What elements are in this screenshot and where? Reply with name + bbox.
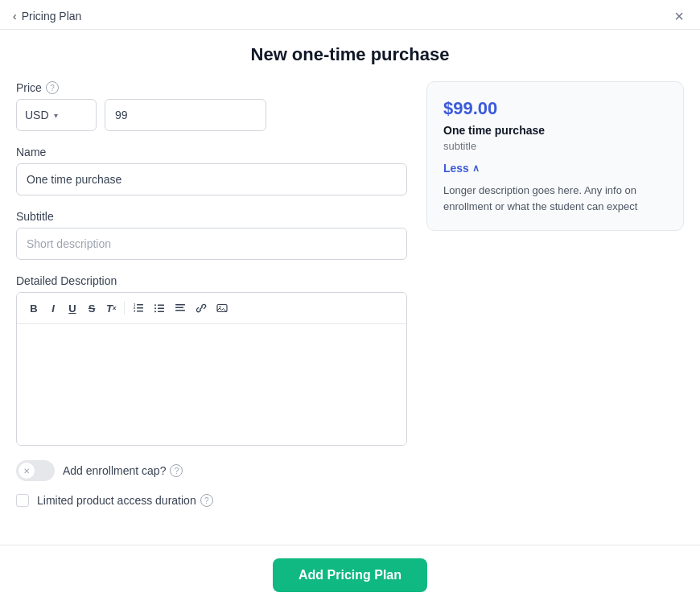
limited-access-help-icon[interactable]: ? bbox=[200, 494, 213, 507]
close-button[interactable]: × bbox=[674, 8, 684, 24]
limited-access-row: Limited product access duration ? bbox=[16, 494, 407, 507]
underline-button[interactable]: U bbox=[64, 299, 81, 317]
strikethrough-button[interactable]: S bbox=[83, 299, 101, 317]
svg-point-9 bbox=[154, 304, 156, 306]
back-label: Pricing Plan bbox=[22, 10, 82, 23]
back-arrow-icon: ‹ bbox=[13, 10, 17, 23]
preview-subtitle: subtitle bbox=[443, 140, 667, 152]
subtitle-field-group: Subtitle bbox=[16, 210, 407, 260]
detailed-desc-field-group: Detailed Description B I U S Tx 1 bbox=[16, 274, 407, 446]
price-help-icon[interactable]: ? bbox=[46, 81, 59, 94]
footer: Add Pricing Plan bbox=[0, 545, 700, 605]
svg-point-11 bbox=[154, 311, 156, 312]
editor-body[interactable] bbox=[17, 324, 406, 445]
editor-container: B I U S Tx 1 2 3 bbox=[16, 292, 407, 446]
detailed-desc-label: Detailed Description bbox=[16, 274, 407, 287]
back-link[interactable]: ‹ Pricing Plan bbox=[13, 10, 81, 23]
price-label: Price ? bbox=[16, 81, 407, 94]
svg-point-16 bbox=[220, 307, 221, 308]
enrollment-cap-toggle[interactable]: ✕ bbox=[16, 460, 55, 481]
svg-rect-12 bbox=[175, 304, 185, 306]
svg-rect-0 bbox=[137, 304, 143, 306]
clear-format-button[interactable]: Tx bbox=[102, 299, 120, 317]
enrollment-help-icon[interactable]: ? bbox=[170, 464, 183, 477]
currency-select[interactable]: USD EUR GBP ▾ bbox=[16, 99, 97, 131]
less-button[interactable]: Less ∧ bbox=[443, 162, 480, 175]
preview-section: $99.00 One time purchase subtitle Less ∧… bbox=[426, 81, 684, 520]
ordered-list-button[interactable]: 1 2 3 bbox=[129, 299, 148, 317]
link-button[interactable] bbox=[191, 299, 211, 317]
name-field-group: Name bbox=[16, 146, 407, 195]
subtitle-input[interactable] bbox=[16, 228, 407, 260]
svg-rect-13 bbox=[175, 307, 183, 309]
name-label: Name bbox=[16, 146, 407, 158]
italic-button[interactable]: I bbox=[44, 299, 62, 317]
editor-toolbar: B I U S Tx 1 2 3 bbox=[17, 293, 406, 324]
subtitle-label: Subtitle bbox=[16, 210, 407, 223]
top-bar: ‹ Pricing Plan × bbox=[0, 0, 700, 30]
limited-access-label: Limited product access duration ? bbox=[37, 494, 213, 507]
bold-button[interactable]: B bbox=[25, 299, 43, 317]
price-input-wrapper bbox=[105, 99, 407, 131]
svg-rect-7 bbox=[158, 308, 164, 310]
enrollment-cap-row: ✕ Add enrollment cap? ? bbox=[16, 460, 407, 481]
preview-price: $99.00 bbox=[443, 98, 667, 119]
svg-text:3: 3 bbox=[134, 309, 136, 313]
svg-rect-8 bbox=[158, 311, 164, 313]
svg-rect-6 bbox=[158, 305, 164, 307]
currency-dropdown[interactable]: USD EUR GBP bbox=[25, 109, 49, 121]
toggle-thumb: ✕ bbox=[19, 463, 35, 479]
chevron-up-icon: ∧ bbox=[472, 163, 480, 174]
content-area: Price ? USD EUR GBP ▾ Nam bbox=[0, 81, 700, 520]
preview-description: Longer description goes here. Any info o… bbox=[443, 183, 667, 214]
unordered-list-button[interactable] bbox=[150, 299, 169, 317]
svg-point-10 bbox=[154, 307, 156, 309]
limited-access-checkbox[interactable] bbox=[16, 494, 29, 507]
form-section: Price ? USD EUR GBP ▾ Nam bbox=[16, 81, 407, 520]
add-pricing-plan-button[interactable]: Add Pricing Plan bbox=[273, 558, 427, 592]
price-input[interactable] bbox=[105, 99, 266, 131]
name-input[interactable] bbox=[16, 163, 407, 195]
price-row: USD EUR GBP ▾ bbox=[16, 99, 407, 131]
preview-card: $99.00 One time purchase subtitle Less ∧… bbox=[426, 81, 684, 231]
price-field-group: Price ? USD EUR GBP ▾ bbox=[16, 81, 407, 131]
align-button[interactable] bbox=[171, 299, 190, 317]
toolbar-separator bbox=[124, 302, 125, 315]
chevron-down-icon: ▾ bbox=[54, 111, 58, 120]
svg-rect-14 bbox=[175, 310, 185, 311]
toggle-x-icon: ✕ bbox=[23, 467, 30, 475]
svg-rect-2 bbox=[137, 311, 143, 312]
preview-name: One time purchase bbox=[443, 124, 667, 137]
svg-rect-1 bbox=[137, 307, 143, 309]
image-button[interactable] bbox=[212, 299, 232, 317]
enrollment-cap-label: Add enrollment cap? ? bbox=[63, 464, 183, 477]
page-title: New one-time purchase bbox=[0, 30, 700, 81]
